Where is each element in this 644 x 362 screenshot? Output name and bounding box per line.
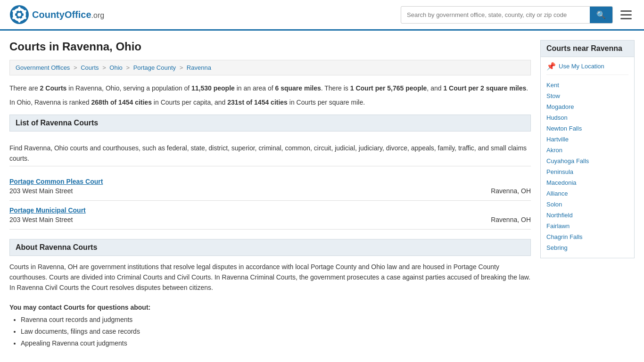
breadcrumb-link-ravenna[interactable]: Ravenna [187, 64, 211, 71]
breadcrumb-link-gov[interactable]: Government Offices [16, 64, 70, 71]
sidebar-link-newton-falls[interactable]: Newton Falls [546, 123, 628, 134]
search-icon: 🔍 [596, 11, 606, 19]
location-pin-icon: 📌 [546, 62, 556, 71]
sidebar-link-fairlawn[interactable]: Fairlawn [546, 221, 628, 231]
rank-area: 231st of 1454 cities [227, 99, 288, 106]
population: 11,530 people [191, 84, 235, 92]
court-link-2[interactable]: Portage Municipal Court [9, 206, 86, 214]
stats-section: There are 2 Courts in Ravenna, Ohio, ser… [9, 83, 531, 108]
main-container: Courts in Ravenna, Ohio Government Offic… [0, 31, 644, 349]
contact-header: You may contact Courts for questions abo… [9, 304, 531, 311]
sidebar-link-macedonia[interactable]: Macedonia [546, 177, 628, 188]
menu-bar-2 [620, 14, 632, 16]
sidebar-link-akron[interactable]: Akron [546, 145, 628, 156]
court-location-2: Ravenna, OH [491, 216, 531, 223]
stats-para-2: In Ohio, Ravenna is ranked 268th of 1454… [9, 97, 531, 107]
list-description: Find Ravenna, Ohio courts and courthouse… [9, 137, 531, 166]
header-right: 🔍 [401, 6, 635, 24]
contact-list: Ravenna court records and judgments Law … [9, 314, 531, 350]
court-link-1[interactable]: Portage Common Pleas Court [9, 178, 103, 185]
use-my-location-link[interactable]: 📌 Use My Location [546, 62, 628, 75]
court-details-1: 203 West Main Street Ravenna, OH [9, 187, 531, 195]
sidebar-link-chagrin-falls[interactable]: Chagrin Falls [546, 231, 628, 242]
svg-point-4 [18, 7, 21, 11]
court-item-1: Portage Common Pleas Court 203 West Main… [9, 172, 531, 201]
per-capita: 1 Court per 5,765 people [350, 84, 427, 92]
about-text: Courts in Ravenna, OH are government ins… [9, 256, 531, 299]
page-title: Courts in Ravenna, Ohio [9, 40, 531, 53]
use-location-label: Use My Location [559, 63, 604, 70]
contact-item-3: Appealing Ravenna court judgments [21, 337, 531, 349]
court-address-1: 203 West Main Street [9, 187, 73, 195]
breadcrumb-link-portage[interactable]: Portage County [133, 64, 176, 71]
header: CountyOffice.org 🔍 [0, 0, 644, 31]
svg-point-7 [18, 18, 21, 23]
logo-area: CountyOffice.org [9, 5, 104, 25]
court-item-2: Portage Municipal Court 203 West Main St… [9, 201, 531, 230]
sidebar-link-solon[interactable]: Solon [546, 199, 628, 210]
sidebar-link-kent[interactable]: Kent [546, 80, 628, 90]
about-section: About Ravenna Courts Courts in Ravenna, … [9, 239, 531, 350]
menu-bar-1 [620, 10, 632, 12]
sidebar-content: 📌 Use My Location Kent Stow Mogadore Hud… [540, 57, 635, 258]
court-name-2: Portage Municipal Court [9, 206, 531, 214]
about-header: About Ravenna Courts [9, 239, 531, 256]
search-input[interactable] [401, 8, 590, 22]
sidebar-link-hartville[interactable]: Hartville [546, 134, 628, 145]
sidebar-link-hudson[interactable]: Hudson [546, 112, 628, 123]
menu-bar-3 [620, 18, 632, 19]
sidebar-link-sebring[interactable]: Sebring [546, 242, 628, 253]
rank-capita: 268th of 1454 cities [91, 99, 152, 106]
sidebar-link-stow[interactable]: Stow [546, 90, 628, 101]
breadcrumb: Government Offices > Courts > Ohio > Por… [9, 60, 531, 75]
stats-para-1: There are 2 Courts in Ravenna, Ohio, ser… [9, 83, 531, 93]
search-button[interactable]: 🔍 [590, 7, 612, 23]
sidebar-link-peninsula[interactable]: Peninsula [546, 166, 628, 177]
court-location-1: Ravenna, OH [491, 187, 531, 195]
content: Courts in Ravenna, Ohio Government Offic… [9, 40, 531, 349]
sidebar-link-mogadore[interactable]: Mogadore [546, 101, 628, 112]
sidebar-link-cuyahoga-falls[interactable]: Cuyahoga Falls [546, 156, 628, 166]
breadcrumb-link-courts[interactable]: Courts [81, 64, 99, 71]
sidebar: Courts near Ravenna 📌 Use My Location Ke… [540, 40, 635, 349]
contact-item-2: Law documents, filings and case records [21, 326, 531, 337]
menu-button[interactable] [618, 8, 635, 22]
sidebar-link-alliance[interactable]: Alliance [546, 188, 628, 199]
breadcrumb-link-ohio[interactable]: Ohio [109, 64, 122, 71]
sidebar-title: Courts near Ravenna [540, 40, 635, 57]
logo-icon [9, 5, 29, 25]
per-area: 1 Court per 2 square miles [443, 84, 526, 92]
contact-item-1: Ravenna court records and judgments [21, 314, 531, 326]
search-box: 🔍 [401, 6, 613, 24]
sidebar-link-northfield[interactable]: Northfield [546, 210, 628, 221]
court-details-2: 203 West Main Street Ravenna, OH [9, 216, 531, 223]
svg-point-3 [17, 13, 21, 16]
logo-text: CountyOffice.org [32, 9, 104, 20]
court-count: 2 Courts [40, 84, 67, 92]
area: 6 square miles [275, 84, 321, 92]
courts-list: List of Ravenna Courts Find Ravenna, Ohi… [9, 115, 531, 230]
list-header: List of Ravenna Courts [9, 115, 531, 132]
court-address-2: 203 West Main Street [9, 216, 73, 223]
court-name-1: Portage Common Pleas Court [9, 178, 531, 185]
